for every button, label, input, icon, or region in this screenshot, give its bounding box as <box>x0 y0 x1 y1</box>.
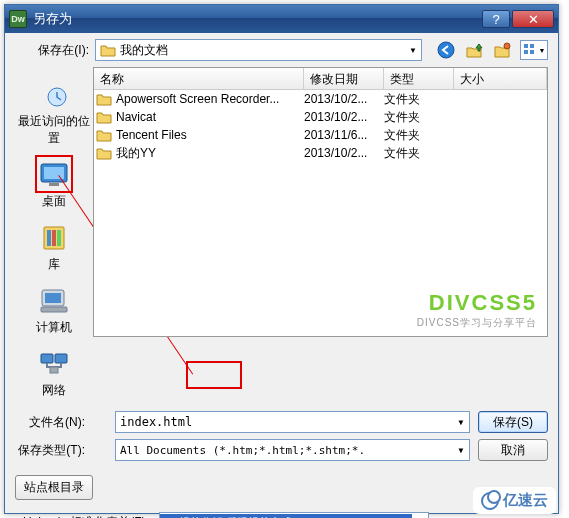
file-list: Apowersoft Screen Recorder... 2013/10/2.… <box>94 90 547 162</box>
sidebar-item-network[interactable]: 网络 <box>15 344 93 401</box>
back-button[interactable] <box>436 40 456 60</box>
folder-icon <box>96 146 112 160</box>
svg-rect-3 <box>530 44 534 48</box>
computer-icon <box>37 283 71 317</box>
column-size[interactable]: 大小 <box>454 68 547 89</box>
libraries-icon <box>37 220 71 254</box>
svg-point-1 <box>504 43 510 49</box>
brand-icon <box>481 492 499 510</box>
svg-rect-12 <box>52 230 56 246</box>
svg-rect-17 <box>41 354 53 363</box>
view-menu-button[interactable]: ▼ <box>520 40 548 60</box>
column-type[interactable]: 类型 <box>384 68 454 89</box>
file-row[interactable]: 我的YY 2013/10/2... 文件夹 <box>94 144 547 162</box>
folder-icon <box>96 128 112 142</box>
titlebar: Dw 另存为 ? ✕ <box>5 5 558 33</box>
save-in-row: 保存在(I): 我的文档 ▼ ▼ <box>15 39 548 61</box>
save-in-select[interactable]: 我的文档 ▼ <box>95 39 422 61</box>
sidebar-item-recent[interactable]: 最近访问的位置 <box>15 75 93 149</box>
save-as-dialog: Dw 另存为 ? ✕ 保存在(I): 我的文档 ▼ <box>4 4 559 514</box>
file-row[interactable]: Apowersoft Screen Recorder... 2013/10/2.… <box>94 90 547 108</box>
up-button[interactable] <box>464 40 484 60</box>
svg-rect-4 <box>524 50 528 54</box>
filetype-label: 保存类型(T): <box>15 442 93 459</box>
site-root-button[interactable]: 站点根目录 <box>15 475 93 500</box>
svg-rect-18 <box>55 354 67 363</box>
svg-rect-15 <box>45 293 61 303</box>
save-in-label: 保存在(I): <box>15 42 95 59</box>
file-list-pane[interactable]: 名称 修改日期 类型 大小 Apowersoft Screen Recorder… <box>93 67 548 337</box>
svg-rect-8 <box>44 167 64 179</box>
file-row[interactable]: Tencent Files 2013/11/6... 文件夹 <box>94 126 547 144</box>
svg-rect-9 <box>49 183 59 186</box>
watermark: DIVCSS5 DIVCSS学习与分享平台 <box>417 290 537 330</box>
desktop-icon <box>37 157 71 191</box>
chevron-down-icon[interactable]: ▼ <box>405 40 421 60</box>
column-date[interactable]: 修改日期 <box>304 68 384 89</box>
app-icon: Dw <box>9 10 27 28</box>
window-title: 另存为 <box>33 10 482 28</box>
unicode-label: Unicode 标准化表单(F): <box>15 514 159 519</box>
chevron-down-icon[interactable]: ▼ <box>453 412 469 432</box>
svg-rect-5 <box>530 50 534 54</box>
help-button[interactable]: ? <box>482 10 510 28</box>
filename-label: 文件名(N): <box>15 414 93 431</box>
column-name[interactable]: 名称 <box>94 68 304 89</box>
brand-watermark: 亿速云 <box>473 487 556 514</box>
folder-icon <box>96 110 112 124</box>
sidebar-item-libraries[interactable]: 库 <box>15 218 93 275</box>
file-row[interactable]: Navicat 2013/10/2... 文件夹 <box>94 108 547 126</box>
network-icon <box>37 346 71 380</box>
svg-point-0 <box>438 42 454 58</box>
recent-icon <box>37 77 71 111</box>
folder-icon <box>96 92 112 106</box>
svg-rect-2 <box>524 44 528 48</box>
sidebar-item-computer[interactable]: 计算机 <box>15 281 93 338</box>
column-headers[interactable]: 名称 修改日期 类型 大小 <box>94 68 547 90</box>
svg-rect-11 <box>47 230 51 246</box>
save-button[interactable]: 保存(S) <box>478 411 548 433</box>
places-sidebar: 最近访问的位置 桌面 库 <box>15 67 93 401</box>
svg-rect-19 <box>50 367 58 373</box>
chevron-down-icon[interactable]: ▼ <box>453 440 469 460</box>
sidebar-item-desktop[interactable]: 桌面 <box>15 155 93 212</box>
svg-rect-16 <box>41 307 67 312</box>
svg-rect-13 <box>57 230 61 246</box>
folder-icon <box>100 43 116 57</box>
filetype-select[interactable]: All Documents (*.htm;*.html;*.shtm;*. ▼ <box>115 439 470 461</box>
cancel-button[interactable]: 取消 <box>478 439 548 461</box>
filename-input[interactable]: index.html ▼ <box>115 411 470 433</box>
unicode-select[interactable]: C (规范分解,后跟规范合成) ▼ <box>159 512 429 518</box>
new-folder-button[interactable] <box>492 40 512 60</box>
close-button[interactable]: ✕ <box>512 10 554 28</box>
save-in-value: 我的文档 <box>120 42 168 59</box>
